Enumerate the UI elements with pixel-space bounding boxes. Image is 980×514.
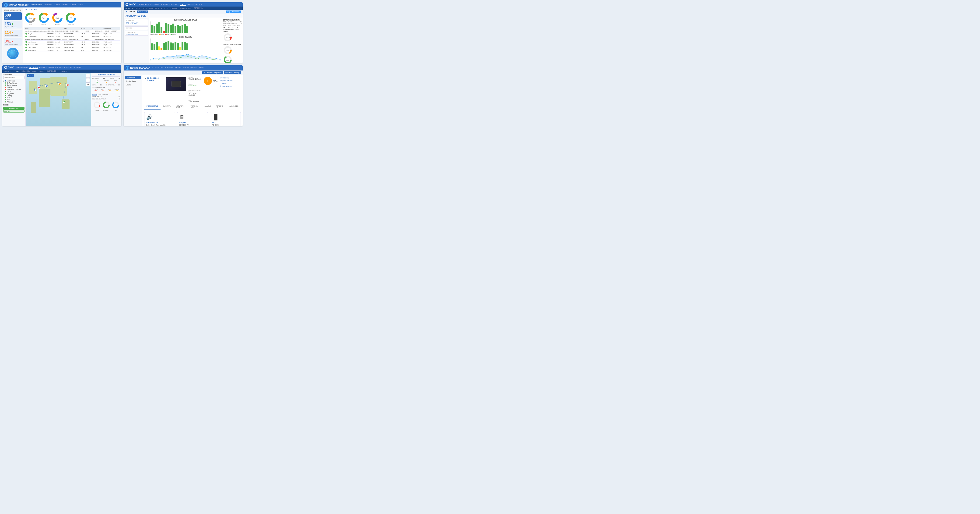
table-row[interactable]: Leon Kissner 28.11.2021 12:14:15 00008F0… bbox=[24, 41, 120, 43]
table-row[interactable]: Rosy Karman 28.11.2021 12:14:17 00008F88… bbox=[24, 32, 120, 35]
tab-summary[interactable]: SUMMARY bbox=[161, 104, 173, 110]
tree-item-ippbnd[interactable]: IPPBND bbox=[5, 86, 24, 88]
topology-label: TOPOLOGY bbox=[3, 74, 24, 75]
restart-link[interactable]: ↺ Restart bbox=[220, 83, 241, 84]
subnav-lines[interactable]: LINES bbox=[135, 8, 140, 9]
p4-nav-epos[interactable]: EPOS bbox=[199, 67, 204, 69]
tree-item-usa[interactable]: USA bbox=[5, 97, 24, 99]
donut-sites-label: Sites bbox=[29, 24, 32, 25]
calls-tabs: Devices Links Endpoints bbox=[92, 94, 120, 95]
subnav-devices[interactable]: DEVICES bbox=[126, 8, 133, 9]
nav-system[interactable]: SYSTEM bbox=[195, 3, 202, 6]
map-add-btn[interactable]: ADD ▾ bbox=[27, 74, 34, 77]
p3-nav-dashboard[interactable]: DASHBOARD bbox=[16, 66, 27, 68]
tab-advanced[interactable]: ADVANCED bbox=[227, 104, 241, 110]
sidebar-alarms[interactable]: Alarms bbox=[125, 83, 141, 86]
collect-logs-link[interactable]: ↓ Collect logs bbox=[220, 77, 241, 79]
nav-users[interactable]: USERS bbox=[188, 3, 193, 6]
p4-nav-monitor[interactable]: MONITOR bbox=[165, 67, 173, 69]
panel-ovoc-qoe: OVOC DASHBOARD NETWORK ALARMS STATISTICS… bbox=[124, 2, 243, 63]
refresh-details-icon: ↻ bbox=[220, 85, 221, 87]
table-row[interactable]: dor.Rosenberg@audiocodes.com.00008F96...… bbox=[24, 30, 120, 32]
svg-point-31 bbox=[94, 102, 100, 108]
tree-item-agents[interactable]: Device_Agents bbox=[5, 84, 24, 86]
add-button[interactable]: ADD ▾ bbox=[27, 74, 34, 77]
generate-config-btn[interactable]: ⚙ Generate Configuration bbox=[202, 71, 223, 74]
p3-nav-network[interactable]: NETWORK bbox=[29, 66, 38, 68]
table-row[interactable]: Colin Saturday 28.11.2021 12:14:16 00008… bbox=[24, 35, 120, 38]
sidebar-device-status[interactable]: Device Status bbox=[125, 80, 141, 83]
nav-dashboard[interactable]: DASHBOARD bbox=[31, 4, 42, 6]
tab-alarms[interactable]: ALARMS bbox=[202, 104, 214, 110]
map-fit[interactable]: ⊞ bbox=[86, 83, 90, 86]
tab-network-info[interactable]: NETWORK INFO bbox=[173, 104, 188, 110]
sidebar-dashboard[interactable]: DASHBOARD bbox=[125, 76, 141, 79]
nav-setup[interactable]: SETUP bbox=[54, 4, 60, 6]
map-pin-usa[interactable]: 4 bbox=[33, 89, 36, 91]
table-row[interactable]: Eylon Barnes 28.11.2021 12:14:16 00008F4… bbox=[24, 46, 120, 49]
map-pin-aus[interactable]: 1 bbox=[63, 100, 65, 103]
table-row[interactable]: Robert.Hestman@audiocodes.com.000089... … bbox=[24, 38, 120, 41]
map-toolbar: + − ⊞ bbox=[86, 74, 90, 86]
tree-item-linka[interactable]: LinkA bbox=[5, 90, 24, 92]
tree-item-dnsa[interactable]: dnsA bbox=[5, 99, 24, 101]
tab-endpoints[interactable]: Endpoints bbox=[102, 94, 108, 95]
subnav-topology[interactable]: TOPOLOGY bbox=[4, 70, 13, 72]
tree-item-training[interactable]: Training bbox=[5, 94, 24, 97]
p3-nav-statistics[interactable]: STATISTICS bbox=[48, 66, 57, 68]
p3-nav-calls[interactable]: CALLS bbox=[59, 66, 65, 68]
nav-troubleshoot[interactable]: TROUBLESHOOT bbox=[62, 4, 76, 6]
subnav-sites[interactable]: SITES bbox=[142, 8, 147, 9]
refresh-details-link[interactable]: ↻ Refresh details bbox=[220, 85, 241, 87]
tab-version-info[interactable]: VERSION INFO bbox=[188, 104, 202, 110]
network-topology-btn[interactable]: ◈ Network Topology bbox=[224, 71, 241, 74]
table-row[interactable]: Reception 4004 28.11.2021 12:14:14 00008… bbox=[24, 43, 120, 46]
update-software-link[interactable]: ↑ Update software bbox=[220, 80, 241, 82]
subnav-endpoints[interactable]: ENDPOINTS ▾ bbox=[47, 70, 57, 72]
p3-nav-system[interactable]: SYSTEM bbox=[73, 66, 81, 68]
subnav-map[interactable]: MAP bbox=[16, 70, 19, 72]
tab-devices[interactable]: Devices bbox=[92, 94, 97, 95]
nav-statistics[interactable]: STATISTICS bbox=[169, 3, 179, 6]
tree-item-ippbnd-test[interactable]: IPPBND-TESTtenant bbox=[5, 88, 24, 90]
nav-epos[interactable]: EPOS bbox=[78, 4, 83, 6]
subnav-reports[interactable]: REPORTS ▾ bbox=[194, 7, 203, 9]
p4-nav-dashboard[interactable]: DASHBOARD bbox=[152, 67, 163, 69]
subnav-devices[interactable]: DEVICES ▾ bbox=[21, 70, 30, 72]
p3-nav-alarms[interactable]: ALARMS bbox=[39, 66, 46, 68]
subnav-endpoints[interactable]: ENDPOINTS bbox=[149, 8, 159, 9]
subnav-groups[interactable]: GROUPS bbox=[60, 70, 67, 72]
subnav-sites[interactable]: SITES bbox=[40, 70, 44, 72]
map-pin-europe[interactable]: 7 bbox=[37, 86, 40, 89]
map-pin-asia2[interactable]: 2 bbox=[66, 84, 69, 86]
subnav-pm[interactable]: PM PROFILES bbox=[180, 8, 191, 9]
map-zoom-in[interactable]: + bbox=[86, 74, 90, 78]
nav-calls[interactable]: CALLS bbox=[180, 3, 186, 6]
tree-item-audiocodes[interactable]: ▶ AudioCodes bbox=[3, 80, 24, 82]
tree-item-whatever[interactable]: Whatever bbox=[5, 101, 24, 103]
nav-monitor[interactable]: MONITOR bbox=[44, 4, 52, 6]
map-zoom-out[interactable]: − bbox=[86, 78, 90, 82]
links-value: 33 bbox=[119, 78, 120, 79]
p3-nav-users[interactable]: USERS bbox=[66, 66, 72, 68]
nav-alarms[interactable]: ALARMS bbox=[161, 3, 168, 6]
p4-nav-troubleshoot[interactable]: TROUBLESHOOT bbox=[183, 67, 197, 69]
tab-links[interactable]: Links bbox=[98, 94, 101, 95]
p4-nav-setup[interactable]: SETUP bbox=[175, 67, 181, 69]
add-filter-btn[interactable]: ADD FILTER bbox=[3, 107, 24, 110]
tree-item-bysptech[interactable]: BysTechTenant bbox=[5, 82, 24, 84]
tree-item-singapore[interactable]: Singapore bbox=[5, 92, 24, 94]
tab-actions-list[interactable]: ACTIONS LIST bbox=[214, 104, 227, 110]
auto-refresh-button[interactable]: Stop Auto Refresh bbox=[226, 11, 241, 13]
subnav-aduser[interactable]: AD USER LOCATIONS bbox=[161, 8, 178, 9]
tab-peripherals[interactable]: PERIPHERALS bbox=[144, 104, 161, 110]
nav-dashboard[interactable]: DASHBOARD bbox=[138, 3, 149, 6]
topology-search[interactable] bbox=[3, 76, 24, 79]
registered-number: 153 bbox=[5, 22, 11, 26]
map-pin-asia1[interactable]: 3 bbox=[58, 83, 61, 85]
nav-network[interactable]: NETWORK bbox=[150, 3, 159, 6]
table-row[interactable]: Ilanit Sharon 28.11.2021 12:14:13 00008F… bbox=[24, 49, 120, 52]
subnav-links[interactable]: LINKS bbox=[32, 70, 37, 72]
status-col-error: Error 7 bbox=[111, 80, 120, 83]
add-filter-button[interactable]: ADD FILTER bbox=[137, 11, 148, 13]
